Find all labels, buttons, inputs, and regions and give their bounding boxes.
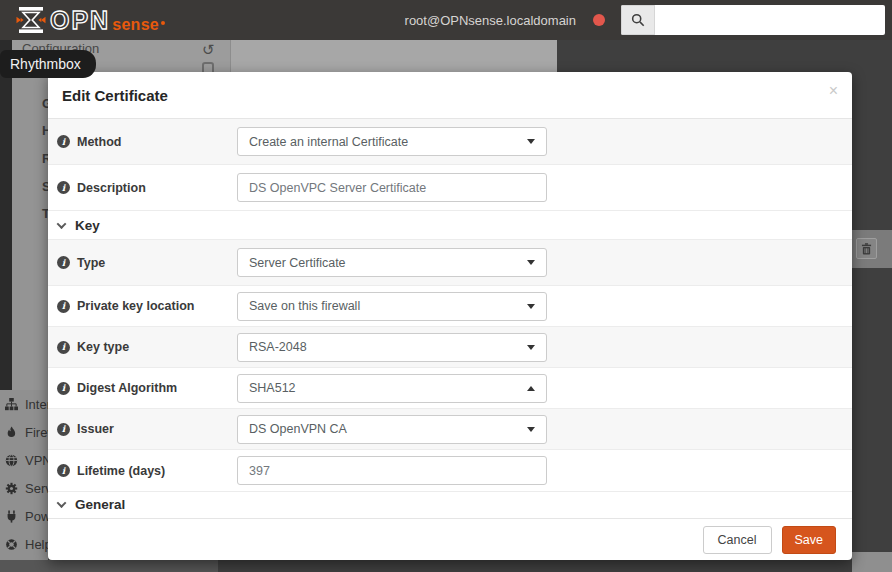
issuer-select-value: DS OpenVPN CA	[249, 422, 347, 436]
desktop-tooltip: Rhythmbox	[0, 50, 96, 78]
gear-icon	[5, 482, 18, 495]
method-select[interactable]: Create an internal Certificate	[237, 127, 547, 156]
search-input[interactable]	[655, 5, 885, 35]
sidebar-item-help[interactable]: Help	[0, 530, 48, 558]
section-title-general: General	[75, 497, 125, 512]
sidebar-item-label: Firewall	[25, 425, 48, 440]
digest-algorithm-value: SHA512	[249, 381, 296, 395]
life-ring-icon	[5, 538, 18, 551]
plug-icon	[5, 510, 18, 523]
delete-button[interactable]	[856, 238, 877, 259]
page-bottom-fragment	[48, 560, 218, 572]
global-search	[621, 5, 885, 35]
private-key-location-value: Save on this firewall	[249, 299, 360, 313]
field-label-key-type: Key type	[77, 340, 129, 354]
close-icon[interactable]: ×	[829, 83, 838, 99]
sidebar-item-label: Help	[25, 537, 48, 552]
logo-text-sense: sense	[112, 16, 159, 34]
caret-down-icon	[527, 260, 535, 265]
form-row-description: i Description	[48, 164, 852, 210]
dialog-footer: Cancel Save	[48, 518, 852, 560]
globe-icon	[5, 454, 18, 467]
logged-in-user[interactable]: root@OPNsense.localdomain	[405, 13, 576, 28]
description-input[interactable]	[237, 173, 547, 202]
field-label-method: Method	[77, 135, 121, 149]
dialog-title: Edit Certificate	[62, 87, 168, 104]
digest-algorithm-select[interactable]: SHA512	[237, 374, 547, 403]
toolbar-right-section	[230, 40, 557, 72]
sidebar-item-label: Interfaces	[25, 397, 48, 412]
notification-dot[interactable]	[593, 14, 605, 26]
form-row-lifetime: i Lifetime (days)	[48, 449, 852, 491]
opnsense-logo[interactable]: OPN sense	[16, 0, 165, 40]
key-type-select[interactable]: RSA-2048	[237, 333, 547, 362]
caret-up-icon	[527, 386, 535, 391]
form-row-digest-algorithm: i Digest Algorithm SHA512	[48, 367, 852, 408]
page-footer-fragment	[852, 552, 892, 572]
caret-down-icon	[527, 304, 535, 309]
field-label-type: Type	[77, 256, 105, 270]
field-label-lifetime: Lifetime (days)	[77, 464, 165, 478]
form-row-type: i Type Server Certificate	[48, 239, 852, 285]
sitemap-icon	[5, 398, 18, 411]
sidebar-item-firewall[interactable]: Firewall	[0, 418, 48, 446]
sidebar-item-interfaces[interactable]: Interfaces	[0, 390, 48, 418]
key-type-select-value: RSA-2048	[249, 340, 307, 354]
caret-down-icon	[527, 345, 535, 350]
caret-down-icon	[527, 427, 535, 432]
field-label-issuer: Issuer	[77, 422, 114, 436]
chevron-down-icon	[57, 498, 67, 508]
search-icon	[631, 13, 645, 27]
caret-down-icon	[527, 139, 535, 144]
info-icon[interactable]: i	[57, 341, 70, 354]
dialog-body: i Method Create an internal Certificate …	[48, 119, 852, 518]
refresh-icon[interactable]: ↺	[202, 42, 215, 57]
sidebar-item-label: Power	[25, 509, 48, 524]
section-header-key[interactable]: Key	[48, 210, 852, 239]
section-header-general[interactable]: General	[48, 491, 852, 517]
form-row-key-type: i Key type RSA-2048	[48, 326, 852, 367]
sidebar-item-power[interactable]: Power	[0, 502, 48, 530]
private-key-location-select[interactable]: Save on this firewall	[237, 292, 547, 321]
form-row-method: i Method Create an internal Certificate	[48, 119, 852, 164]
trash-icon	[861, 243, 872, 255]
form-row-issuer: i Issuer DS OpenVPN CA	[48, 408, 852, 449]
sidebar-item-services[interactable]: Services	[0, 474, 48, 502]
sidebar-item-label: VPN	[25, 453, 48, 468]
fire-icon	[5, 426, 18, 439]
form-row-private-key-location: i Private key location Save on this fire…	[48, 285, 852, 326]
info-icon[interactable]: i	[57, 181, 70, 194]
dock-strip	[0, 40, 12, 390]
sidebar-item-label: Services	[25, 481, 48, 496]
type-select-value: Server Certificate	[249, 256, 346, 270]
info-icon[interactable]: i	[57, 135, 70, 148]
field-label-description: Description	[77, 181, 146, 195]
dialog-header: Edit Certificate ×	[48, 72, 852, 119]
info-icon[interactable]: i	[57, 464, 70, 477]
sidebar-item-vpn[interactable]: VPN	[0, 446, 48, 474]
issuer-select[interactable]: DS OpenVPN CA	[237, 415, 547, 444]
info-icon[interactable]: i	[57, 382, 70, 395]
cancel-button[interactable]: Cancel	[703, 526, 772, 554]
info-icon[interactable]: i	[57, 300, 70, 313]
search-button[interactable]	[621, 5, 655, 35]
field-label-private-key-location: Private key location	[77, 299, 194, 313]
lifetime-input[interactable]	[237, 456, 547, 485]
chevron-down-icon	[57, 219, 67, 229]
section-title-key: Key	[75, 218, 100, 233]
edit-certificate-dialog: Edit Certificate × i Method Create an in…	[48, 72, 852, 560]
logo-trademark-dot	[161, 21, 165, 25]
save-button[interactable]: Save	[782, 526, 837, 554]
opnsense-logo-icon	[16, 6, 46, 34]
info-icon[interactable]: i	[57, 256, 70, 269]
logo-text-opn: OPN	[50, 0, 110, 40]
info-icon[interactable]: i	[57, 423, 70, 436]
field-label-digest-algorithm: Digest Algorithm	[77, 381, 177, 395]
method-select-value: Create an internal Certificate	[249, 135, 408, 149]
sidebar-menu: Interfaces Firewall VPN Services Power H…	[0, 390, 48, 562]
top-navbar: OPN sense root@OPNsense.localdomain	[0, 0, 892, 40]
type-select[interactable]: Server Certificate	[237, 248, 547, 277]
